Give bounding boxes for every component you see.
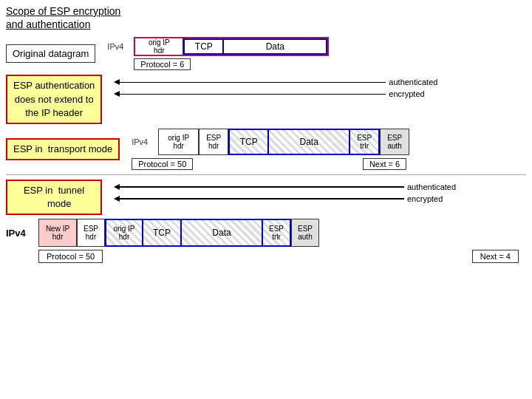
t-data: Data	[269, 129, 350, 155]
pkt-orig-ip: orig IP hdr	[135, 38, 183, 55]
next-6-box: Next = 6	[363, 158, 406, 170]
tunnel-auth-enc-arrows: authenticated encrypted	[114, 180, 456, 203]
label-original-datagram: Original datagram	[6, 44, 95, 63]
transport-packet: orig IP hdr ESP hdr TCP Data ESP trlr ES…	[158, 129, 409, 155]
ipv4-label-2: IPv4	[132, 137, 155, 146]
original-packet: orig IP hdr TCP Data	[134, 37, 329, 56]
t-tcp: TCP	[228, 129, 269, 155]
tunnel-auth-line	[120, 186, 404, 188]
tunnel-enc-line	[120, 198, 404, 200]
pkt-tcp: TCP	[183, 38, 224, 55]
auth-arrow-line	[120, 82, 386, 83]
ipv4-label-3: IPv4	[6, 228, 35, 239]
tn-orig-ip: orig IP hdr	[105, 219, 143, 247]
page-title: Scope of ESP encryption and authenticati…	[6, 4, 526, 31]
label-esp-auth: ESP authentication does not extend to th…	[6, 75, 102, 124]
transport-proto-row: Protocol = 50 Next = 6	[132, 158, 409, 170]
encrypted-arrow-row: encrypted	[114, 89, 437, 98]
tn-esp-trlr: ESP trlr	[263, 219, 291, 247]
protocol-6-label: Protocol = 6	[134, 58, 329, 70]
t-esp-hdr: ESP hdr	[199, 129, 228, 155]
proto-50-box-2: Protocol = 50	[38, 250, 103, 263]
section-esp-auth: ESP authentication does not extend to th…	[6, 75, 526, 124]
tunnel-authenticated-label: authenticated	[407, 183, 456, 191]
tn-new-ip: New IP hdr	[38, 219, 77, 247]
t-orig-ip: orig IP hdr	[158, 129, 199, 155]
authenticated-label: authenticated	[389, 78, 437, 86]
enc-arrow-head	[114, 91, 120, 97]
tunnel-encrypted-row: encrypted	[114, 194, 456, 203]
page: Scope of ESP encryption and authenticati…	[0, 0, 532, 399]
section-transport: ESP in transport mode IPv4 orig IP hdr E…	[6, 129, 526, 170]
transport-packet-row: IPv4 orig IP hdr ESP hdr TCP Data ESP tr…	[132, 129, 409, 155]
tunnel-enc-arrowhead	[114, 196, 120, 202]
proto-50-box-1: Protocol = 50	[132, 158, 193, 170]
tunnel-authenticated-row: authenticated	[114, 183, 456, 191]
label-transport: ESP in transport mode	[6, 138, 120, 160]
auth-arrow-head	[114, 79, 120, 85]
label-tunnel: ESP in tunnel mode	[6, 180, 102, 215]
tunnel-encrypted-label: encrypted	[407, 194, 443, 203]
original-packet-row: IPv4 orig IP hdr TCP Data	[107, 37, 329, 56]
next-4-box: Next = 4	[472, 250, 519, 263]
tn-data: Data	[182, 219, 263, 247]
tunnel-proto-row: Protocol = 50 Next = 4	[38, 250, 526, 263]
section-tunnel-arrows: ESP in tunnel mode authenticated encrypt…	[6, 180, 526, 215]
t-esp-auth: ESP auth	[380, 129, 409, 155]
section-original: Original datagram IPv4 orig IP hdr TCP D…	[6, 37, 526, 70]
pkt-data: Data	[224, 38, 327, 55]
ipv4-label-1: IPv4	[107, 42, 131, 51]
t-esp-trlr: ESP trlr	[350, 129, 380, 155]
section-tunnel-packet: IPv4 New IP hdr ESP hdr orig IP hdr TCP …	[6, 219, 526, 247]
enc-arrow-line	[120, 94, 386, 95]
tn-esp-auth: ESP auth	[291, 219, 319, 247]
tn-tcp: TCP	[143, 219, 182, 247]
tunnel-auth-arrowhead	[114, 184, 120, 190]
encrypted-label: encrypted	[389, 89, 424, 98]
divider-1	[6, 174, 526, 175]
protocol-6-box: Protocol = 6	[134, 58, 191, 70]
transport-packet-area: IPv4 orig IP hdr ESP hdr TCP Data ESP tr…	[132, 129, 409, 170]
original-packet-area: IPv4 orig IP hdr TCP Data Protocol = 6	[107, 37, 329, 70]
tn-esp-hdr: ESP hdr	[77, 219, 105, 247]
auth-enc-arrows: authenticated encrypted	[114, 75, 437, 98]
authenticated-arrow-row: authenticated	[114, 78, 437, 86]
tunnel-packet: New IP hdr ESP hdr orig IP hdr TCP Data …	[38, 219, 319, 247]
